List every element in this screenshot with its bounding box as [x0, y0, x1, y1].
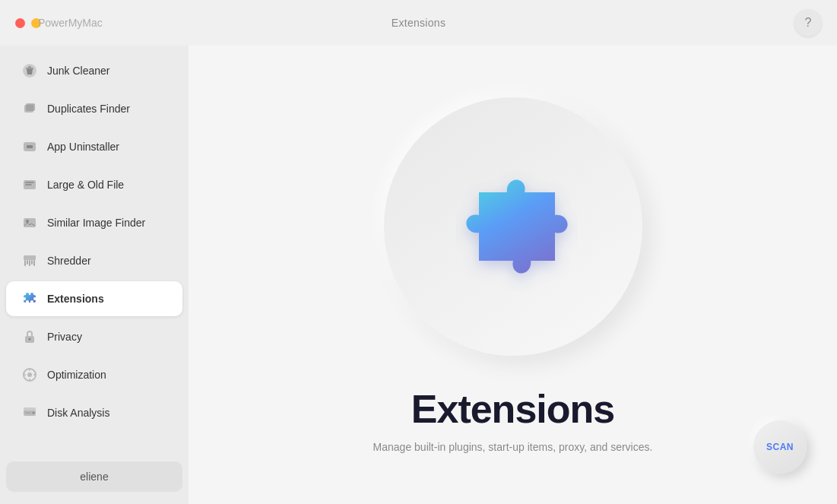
svg-rect-6	[27, 145, 33, 148]
window-title: Extensions	[392, 17, 445, 29]
titlebar: PowerMyMac Extensions ?	[0, 0, 837, 46]
sidebar-item-junk-cleaner[interactable]: Junk Cleaner	[6, 53, 182, 88]
shredder-icon	[21, 252, 38, 269]
svg-point-19	[27, 372, 32, 377]
privacy-icon	[21, 328, 38, 345]
sidebar-item-app-uninstaller-label: App Uninstaller	[47, 141, 119, 153]
window-controls	[15, 18, 41, 28]
scan-button[interactable]: SCAN	[753, 420, 807, 474]
svg-point-26	[33, 412, 35, 414]
svg-rect-14	[31, 260, 33, 265]
svg-rect-2	[28, 66, 31, 68]
sidebar-item-similar-image-finder[interactable]: Similar Image Finder	[6, 205, 182, 240]
main-layout: Junk Cleaner Duplicates Finder App Unins…	[0, 46, 837, 504]
sidebar-item-disk-analysis-label: Disk Analysis	[47, 407, 109, 419]
close-button[interactable]	[15, 18, 25, 28]
sidebar-item-similar-image-finder-label: Similar Image Finder	[47, 217, 145, 229]
svg-rect-8	[24, 218, 36, 227]
sidebar-item-duplicates-finder-label: Duplicates Finder	[47, 103, 130, 115]
sidebar-item-large-old-file-label: Large & Old File	[47, 179, 124, 191]
sidebar-item-shredder[interactable]: Shredder	[6, 243, 182, 278]
svg-rect-1	[26, 68, 33, 69]
sidebar-item-optimization-label: Optimization	[47, 369, 106, 381]
sidebar-item-app-uninstaller[interactable]: App Uninstaller	[6, 129, 182, 164]
user-button[interactable]: eliene	[6, 461, 182, 492]
sidebar-item-privacy-label: Privacy	[47, 331, 82, 343]
help-button[interactable]: ?	[794, 9, 822, 36]
hero-circle	[384, 97, 642, 356]
app-uninstaller-icon	[21, 138, 38, 155]
sidebar-item-extensions[interactable]: Extensions	[6, 281, 182, 316]
sidebar-item-extensions-label: Extensions	[47, 293, 104, 305]
svg-rect-27	[25, 412, 31, 414]
hero-title: Extensions	[411, 386, 614, 432]
svg-rect-25	[24, 407, 36, 410]
sidebar-item-junk-cleaner-label: Junk Cleaner	[47, 65, 110, 77]
svg-rect-13	[29, 260, 30, 266]
disk-analysis-icon	[21, 404, 38, 421]
sidebar-item-privacy[interactable]: Privacy	[6, 319, 182, 354]
svg-rect-10	[24, 255, 36, 260]
svg-point-17	[29, 338, 31, 341]
svg-rect-11	[24, 260, 26, 266]
extensions-icon	[21, 290, 38, 307]
svg-rect-15	[33, 260, 35, 266]
hero-subtitle: Manage built-in plugins, start-up items,…	[373, 441, 653, 453]
similar-image-finder-icon	[21, 214, 38, 231]
sidebar-item-optimization[interactable]: Optimization	[6, 357, 182, 392]
sidebar-item-shredder-label: Shredder	[47, 255, 91, 267]
junk-cleaner-icon	[21, 62, 38, 79]
svg-rect-4	[26, 103, 35, 111]
svg-rect-12	[27, 260, 28, 265]
large-old-file-icon	[21, 176, 38, 193]
duplicates-finder-icon	[21, 100, 38, 117]
app-brand: PowerMyMac	[38, 17, 103, 29]
sidebar-item-disk-analysis[interactable]: Disk Analysis	[6, 395, 182, 430]
sidebar-item-duplicates-finder[interactable]: Duplicates Finder	[6, 91, 182, 126]
puzzle-illustration	[437, 151, 589, 303]
sidebar-footer: eliene	[0, 455, 189, 498]
sidebar-item-large-old-file[interactable]: Large & Old File	[6, 167, 182, 202]
sidebar: Junk Cleaner Duplicates Finder App Unins…	[0, 46, 189, 504]
content-area: Extensions Manage built-in plugins, star…	[189, 46, 837, 504]
optimization-icon	[21, 366, 38, 383]
